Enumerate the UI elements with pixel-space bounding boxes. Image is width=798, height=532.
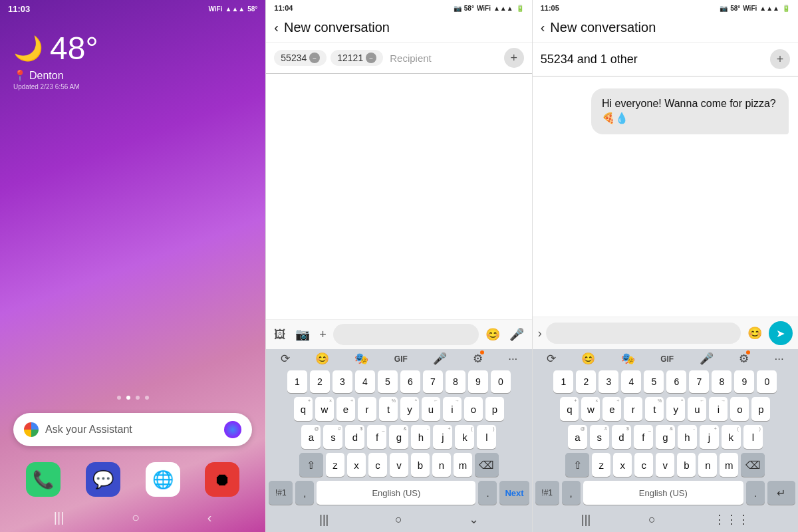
home-icon-2[interactable]: ○: [395, 513, 402, 527]
key-k-3[interactable]: k(: [722, 425, 741, 449]
sticker-icon-3[interactable]: 😊: [745, 323, 765, 343]
key-h-2[interactable]: h-: [411, 425, 430, 449]
key-9-3[interactable]: 9: [734, 370, 754, 393]
key-e-3[interactable]: e÷: [602, 397, 621, 421]
chrome-app-icon[interactable]: 🌐: [146, 462, 180, 497]
key-z-2[interactable]: z: [326, 453, 344, 477]
back-icon[interactable]: ‹: [207, 510, 212, 525]
key-d-2[interactable]: d$: [345, 425, 364, 449]
fn-key-2[interactable]: !#1: [269, 481, 293, 505]
shift-key-2[interactable]: ⇧: [299, 453, 323, 477]
voice-icon[interactable]: 🎤: [507, 325, 527, 344]
key-v-2[interactable]: v: [390, 453, 408, 477]
key-1-3[interactable]: 1: [553, 370, 573, 393]
add-recipient-button[interactable]: +: [504, 48, 524, 68]
key-u-3[interactable]: u←: [688, 397, 706, 421]
key-x-2[interactable]: x: [347, 453, 366, 477]
next-key-2[interactable]: Next: [499, 481, 529, 505]
key-p-3[interactable]: p: [751, 397, 770, 421]
gif-icon-2[interactable]: GIF: [394, 354, 408, 364]
key-p-2[interactable]: p: [485, 397, 504, 421]
gif-icon-3[interactable]: GIF: [660, 354, 674, 364]
recipient-chip-1[interactable]: 55234 −: [274, 50, 327, 66]
recent-icon-3[interactable]: |||: [581, 513, 591, 527]
key-1-2[interactable]: 1: [287, 370, 307, 393]
key-o-2[interactable]: o: [464, 397, 483, 421]
key-b-2[interactable]: b: [411, 453, 430, 477]
key-4-3[interactable]: 4: [621, 370, 641, 393]
key-i-3[interactable]: i→: [709, 397, 728, 421]
key-8-2[interactable]: 8: [446, 370, 466, 393]
key-y-2[interactable]: y^: [400, 397, 419, 421]
key-s-3[interactable]: s#: [590, 425, 609, 449]
space-key-2[interactable]: English (US): [317, 481, 475, 505]
sticker-icon[interactable]: 😊: [483, 325, 503, 344]
assistant-mic-icon[interactable]: [224, 421, 241, 438]
key-l-2[interactable]: l): [477, 425, 496, 449]
sticker-kb-icon-3[interactable]: 🎭: [621, 352, 635, 366]
key-g-2[interactable]: g&: [389, 425, 408, 449]
key-e-2[interactable]: e÷: [336, 397, 355, 421]
space-key-3[interactable]: English (US): [583, 481, 743, 505]
emoji-icon-2[interactable]: 😊: [315, 352, 329, 366]
home-icon[interactable]: ○: [132, 510, 140, 525]
key-4-2[interactable]: 4: [355, 370, 375, 393]
message-input-2[interactable]: [333, 324, 479, 345]
key-r-3[interactable]: r: [624, 397, 642, 421]
key-7-2[interactable]: 7: [423, 370, 443, 393]
key-0-2[interactable]: 0: [491, 370, 511, 393]
screen-recorder-app-icon[interactable]: ⏺: [205, 462, 239, 497]
key-n-2[interactable]: n: [432, 453, 451, 477]
key-5-2[interactable]: 5: [378, 370, 398, 393]
grid-icon-3[interactable]: ⋮⋮⋮: [714, 512, 749, 527]
more-kb-icon-3[interactable]: ···: [775, 352, 784, 366]
delete-key-3[interactable]: ⌫: [741, 453, 765, 477]
key-u-2[interactable]: u←: [422, 397, 440, 421]
key-j-3[interactable]: j+: [700, 425, 719, 449]
key-q-3[interactable]: q+: [560, 397, 579, 421]
key-b-3[interactable]: b: [677, 453, 696, 477]
phone-app-icon[interactable]: 📞: [26, 462, 61, 497]
key-y-3[interactable]: y^: [666, 397, 685, 421]
dot-key-2[interactable]: .: [478, 481, 497, 505]
key-o-3[interactable]: o: [730, 397, 749, 421]
key-f-3[interactable]: f_: [634, 425, 653, 449]
key-t-2[interactable]: t%: [379, 397, 398, 421]
more-kb-icon-2[interactable]: ···: [508, 352, 517, 366]
recipient-input-placeholder[interactable]: Recipient: [387, 49, 434, 68]
recipient-chip-2[interactable]: 12121 −: [331, 50, 383, 66]
expand-icon-3[interactable]: ›: [538, 327, 542, 340]
key-q-2[interactable]: q+: [294, 397, 313, 421]
key-7-3[interactable]: 7: [689, 370, 709, 393]
key-w-2[interactable]: w×: [315, 397, 334, 421]
key-3-3[interactable]: 3: [598, 370, 618, 393]
key-3-2[interactable]: 3: [332, 370, 352, 393]
key-f-2[interactable]: f_: [367, 425, 386, 449]
image-attach-icon[interactable]: 🖼: [271, 325, 289, 344]
remove-recipient-1[interactable]: −: [309, 53, 320, 63]
recent-apps-icon[interactable]: |||: [54, 510, 65, 525]
key-0-3[interactable]: 0: [757, 370, 777, 393]
delete-key-2[interactable]: ⌫: [475, 453, 499, 477]
key-x-3[interactable]: x: [613, 453, 632, 477]
key-j-2[interactable]: j+: [433, 425, 452, 449]
comma-key-3[interactable]: ,: [562, 481, 581, 505]
back-button-3[interactable]: ‹: [541, 20, 545, 35]
remove-recipient-2[interactable]: −: [366, 53, 376, 63]
settings-kb-icon-2[interactable]: ⚙: [473, 352, 483, 366]
add-icon[interactable]: +: [317, 325, 329, 344]
send-button-3[interactable]: ➤: [769, 321, 793, 345]
enter-key-3[interactable]: ↵: [767, 481, 795, 505]
recent-icon-2[interactable]: |||: [319, 513, 329, 527]
key-v-3[interactable]: v: [656, 453, 674, 477]
mic-kb-icon-2[interactable]: 🎤: [433, 352, 447, 366]
sticker-kb-icon-2[interactable]: 🎭: [354, 352, 368, 366]
key-6-3[interactable]: 6: [666, 370, 686, 393]
key-2-2[interactable]: 2: [310, 370, 330, 393]
fn-key-3[interactable]: !#1: [535, 481, 559, 505]
key-t-3[interactable]: t%: [645, 397, 664, 421]
key-d-3[interactable]: d$: [612, 425, 631, 449]
key-k-2[interactable]: k(: [455, 425, 474, 449]
key-a-2[interactable]: a@: [301, 425, 321, 449]
key-l-3[interactable]: l): [743, 425, 763, 449]
